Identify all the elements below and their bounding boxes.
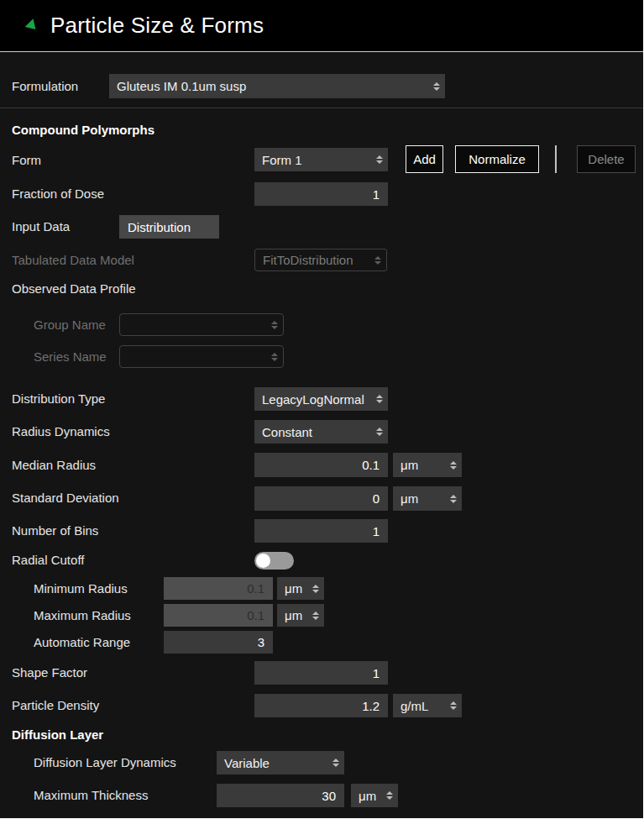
- collapse-arrow-icon[interactable]: [25, 18, 40, 34]
- distribution-type-dropdown[interactable]: LegacyLogNormal: [254, 387, 388, 411]
- distribution-type-value: LegacyLogNormal: [262, 392, 371, 407]
- minimum-radius-label: Minimum Radius: [34, 581, 128, 596]
- radial-cutoff-label: Radial Cutoff: [12, 553, 84, 568]
- spinner-icon: [450, 701, 457, 710]
- particle-density-label: Particle Density: [12, 698, 99, 713]
- compound-polymorphs-header: Compound Polymorphs: [12, 123, 154, 138]
- add-button[interactable]: Add: [406, 145, 443, 173]
- number-of-bins-input[interactable]: [254, 519, 388, 543]
- form-label: Form: [12, 153, 41, 168]
- tabulated-data-model-dropdown[interactable]: FitToDistribution: [254, 249, 387, 271]
- spinner-icon: [450, 495, 457, 503]
- maximum-thickness-unit: μm: [359, 789, 381, 803]
- diffusion-layer-dynamics-label: Diffusion Layer Dynamics: [34, 755, 176, 770]
- standard-deviation-unit-dropdown[interactable]: μm: [393, 486, 462, 511]
- minimum-radius-unit-dropdown[interactable]: μm: [277, 577, 324, 600]
- spinner-icon: [376, 428, 383, 436]
- spinner-icon: [450, 461, 457, 470]
- formulation-label: Formulation: [12, 79, 78, 94]
- diffusion-layer-dynamics-value: Variable: [224, 756, 327, 770]
- particle-density-unit-dropdown[interactable]: g/mL: [393, 694, 462, 717]
- median-radius-label: Median Radius: [12, 458, 96, 473]
- distribution-type-label: Distribution Type: [12, 391, 105, 407]
- standard-deviation-label: Standard Deviation: [12, 491, 119, 506]
- tabulated-data-model-label: Tabulated Data Model: [12, 253, 134, 268]
- input-data-label: Input Data: [12, 219, 70, 234]
- automatic-range-label: Automatic Range: [34, 635, 130, 650]
- spinner-icon: [376, 155, 383, 164]
- panel-header: Particle Size & Forms: [0, 0, 643, 52]
- spinner-icon: [271, 321, 278, 329]
- automatic-range-input[interactable]: [164, 631, 273, 654]
- particle-density-input[interactable]: [254, 694, 388, 717]
- diffusion-layer-dynamics-dropdown[interactable]: Variable: [217, 751, 344, 774]
- normalize-button[interactable]: Normalize: [455, 145, 539, 173]
- spinner-icon: [374, 256, 381, 265]
- shape-factor-input[interactable]: [254, 661, 388, 685]
- maximum-thickness-label: Maximum Thickness: [34, 788, 148, 803]
- maximum-thickness-unit-dropdown[interactable]: μm: [351, 784, 398, 807]
- minimum-radius-input[interactable]: [164, 577, 273, 600]
- section-divider: [0, 108, 643, 108]
- particle-size-forms-panel: Particle Size & Forms Formulation Gluteu…: [0, 0, 643, 818]
- shape-factor-label: Shape Factor: [12, 665, 87, 680]
- spinner-icon: [433, 82, 440, 91]
- spinner-icon: [386, 791, 393, 800]
- maximum-thickness-input[interactable]: [217, 784, 344, 807]
- formulation-value: Gluteus IM 0.1um susp: [117, 79, 428, 93]
- radius-dynamics-dropdown[interactable]: Constant: [254, 420, 388, 444]
- delete-button[interactable]: Delete: [577, 145, 636, 173]
- minimum-radius-unit: μm: [285, 581, 307, 596]
- maximum-radius-unit-dropdown[interactable]: μm: [277, 604, 324, 627]
- spinner-icon: [332, 759, 339, 767]
- series-name-label: Series Name: [34, 349, 107, 365]
- diffusion-layer-header: Diffusion Layer: [12, 727, 103, 743]
- spinner-icon: [312, 612, 319, 620]
- standard-deviation-input[interactable]: [254, 486, 388, 511]
- radius-dynamics-label: Radius Dynamics: [12, 424, 110, 439]
- group-name-dropdown[interactable]: [119, 313, 284, 336]
- form-value: Form 1: [262, 153, 371, 167]
- spinner-icon: [312, 585, 319, 593]
- standard-deviation-unit: μm: [401, 491, 445, 506]
- panel-title: Particle Size & Forms: [50, 13, 264, 39]
- spinner-icon: [271, 353, 278, 361]
- group-name-label: Group Name: [34, 318, 106, 333]
- radius-dynamics-value: Constant: [262, 425, 371, 439]
- radial-cutoff-toggle[interactable]: [254, 552, 294, 570]
- input-data-field[interactable]: [119, 215, 219, 239]
- tabulated-data-model-value: FitToDistribution: [263, 253, 369, 267]
- median-radius-input[interactable]: [254, 453, 388, 477]
- median-radius-unit-dropdown[interactable]: μm: [393, 453, 462, 477]
- observed-data-profile-label: Observed Data Profile: [12, 281, 136, 297]
- series-name-dropdown[interactable]: [119, 345, 284, 368]
- particle-density-unit: g/mL: [401, 699, 445, 713]
- number-of-bins-label: Number of Bins: [12, 523, 98, 538]
- formulation-dropdown[interactable]: Gluteus IM 0.1um susp: [109, 74, 445, 98]
- button-divider: [555, 145, 557, 173]
- maximum-radius-input[interactable]: [164, 604, 273, 627]
- fraction-of-dose-input[interactable]: [254, 182, 388, 206]
- toggle-knob-icon: [256, 554, 270, 568]
- spinner-icon: [376, 395, 383, 403]
- fraction-of-dose-label: Fraction of Dose: [12, 186, 104, 202]
- form-dropdown[interactable]: Form 1: [254, 148, 388, 171]
- median-radius-unit: μm: [401, 458, 445, 472]
- maximum-radius-unit: μm: [285, 608, 307, 622]
- maximum-radius-label: Maximum Radius: [34, 608, 131, 623]
